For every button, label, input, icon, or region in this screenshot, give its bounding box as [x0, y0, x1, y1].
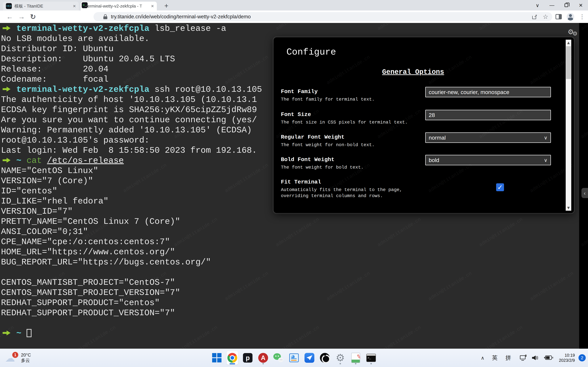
- taskbar: ☁ 1 20°C 多云 p A ⚙ ✎ >_ ∧ 英 拼 10:19 2023/…: [0, 349, 588, 367]
- tab-title: 模板 - TitanIDE: [14, 3, 71, 9]
- dialog-field-row: Font SizeThe font size in CSS pixels for…: [281, 111, 551, 125]
- url-text[interactable]: try.titanide.cn/ide/web/coding/terminal-…: [111, 14, 251, 20]
- text-input[interactable]: 28: [425, 110, 551, 120]
- tray-chevron-up-icon[interactable]: ∧: [481, 355, 484, 361]
- battery-icon[interactable]: [544, 356, 552, 360]
- system-tray: ∧ 英 拼 10:19 2023/2/9 2: [481, 349, 586, 367]
- terminal-line: terminal-wetty-v2-zekfcpla lsb_release -…: [1, 24, 262, 34]
- p-app-icon: p: [243, 353, 252, 363]
- tab-terminal-wetty[interactable]: >_ terminal-wetty-v2-zekfcpla - T ×: [81, 2, 157, 10]
- watermark-text: admin@titanide.cn: [478, 217, 524, 248]
- terminal-line: Distributor ID: Ubuntu: [1, 44, 262, 54]
- terminal-output[interactable]: terminal-wetty-v2-zekfcpla lsb_release -…: [1, 24, 262, 339]
- prompt-arrow-icon: [3, 330, 10, 336]
- taskbar-dingtalk[interactable]: [304, 351, 315, 365]
- watermark-text: admin@titanide.cn: [275, 23, 320, 32]
- new-tab-button[interactable]: +: [162, 2, 171, 10]
- prompt-arrow-icon: [3, 158, 10, 163]
- drawer-handle[interactable]: ‹: [581, 188, 588, 198]
- titanide-favicon-icon: <t>: [6, 3, 12, 9]
- taskbar-text-editor[interactable]: ✎: [350, 351, 362, 365]
- terminal-line: PRETTY_NAME="CentOS Linux 7 (Core)": [1, 217, 262, 227]
- text-input[interactable]: courier-new, courier, monospace: [425, 87, 551, 97]
- speaker-icon[interactable]: [532, 355, 539, 361]
- terminal-line: The authenticity of host '10.10.13.105 (…: [1, 95, 262, 105]
- start-button[interactable]: [211, 351, 223, 365]
- network-icon[interactable]: [520, 355, 527, 361]
- chrome-icon: [227, 353, 237, 363]
- browser-menu-icon[interactable]: ⋮: [579, 13, 585, 20]
- back-button[interactable]: ←: [4, 10, 15, 23]
- watermark-text: admin@titanide.cn: [427, 270, 473, 302]
- gear-icon: ⚙: [336, 353, 345, 363]
- terminal-line: [1, 267, 262, 277]
- minimize-button[interactable]: —: [545, 0, 559, 10]
- configure-dialog: Configure General Options Font FamilyThe…: [274, 37, 574, 213]
- profile-avatar[interactable]: [567, 13, 574, 20]
- tab-close-icon[interactable]: ×: [73, 4, 76, 8]
- terminal-settings-button[interactable]: ⚙⚙: [568, 28, 578, 37]
- chevron-down-icon: ∨: [544, 157, 547, 163]
- watermark-text: admin@titanide.cn: [478, 23, 524, 32]
- window-controls: ∨ — ✕: [530, 0, 588, 10]
- side-panel-icon[interactable]: [555, 14, 562, 19]
- dialog-field-row: Fit TerminalAutomatically fits the termi…: [281, 179, 551, 199]
- dialog-scrollbar[interactable]: ▲ ▼: [566, 40, 571, 211]
- terminal-line: CENTOS_MANTISBT_PROJECT="CentOS-7": [1, 277, 262, 288]
- notification-badge[interactable]: 2: [579, 354, 586, 361]
- dialog-title: Configure: [286, 47, 336, 57]
- weight-select[interactable]: normal∨: [425, 132, 551, 143]
- terminal-line: ID="centos": [1, 186, 262, 196]
- taskbar-clock[interactable]: 10:19 2023/2/9: [559, 353, 575, 363]
- dialog-field-row: Regular Font WeightThe font weight for n…: [281, 134, 551, 148]
- fit-terminal-checkbox[interactable]: ✓: [496, 183, 504, 191]
- terminal-line: ECDSA key fingerprint is SHA256:yKX/65ci…: [1, 105, 262, 115]
- tab-close-icon[interactable]: ×: [151, 4, 154, 8]
- watermark-text: admin@titanide.cn: [376, 217, 422, 248]
- lock-icon[interactable]: [103, 14, 107, 19]
- taskbar-terminal[interactable]: >_: [365, 351, 377, 365]
- close-button[interactable]: ✕: [574, 0, 588, 10]
- terminal-line: VERSION_ID="7": [1, 206, 262, 217]
- terminal-line: No LSB modules are available.: [1, 34, 262, 44]
- terminal-line: ~ cat /etc/os-release: [1, 156, 262, 166]
- terminal-line: REDHAT_SUPPORT_PRODUCT="centos": [1, 298, 262, 308]
- address-bar[interactable]: try.titanide.cn/ide/web/coding/terminal-…: [94, 12, 552, 21]
- scrollbar-thumb[interactable]: [566, 46, 571, 79]
- forward-button[interactable]: →: [16, 10, 27, 23]
- taskbar-wechat[interactable]: [273, 351, 284, 365]
- tab-search-icon[interactable]: ∨: [530, 0, 545, 10]
- terminal-line: HOME_URL="https://www.centos.org/": [1, 247, 262, 257]
- taskbar-obs[interactable]: [319, 351, 331, 365]
- watermark-text: admin@titanide.cn: [275, 217, 320, 248]
- tab-titanide[interactable]: <t> 模板 - TitanIDE ×: [3, 2, 79, 10]
- dingtalk-icon: [304, 353, 314, 363]
- prompt-arrow-icon: [3, 86, 10, 92]
- bookmark-star-icon[interactable]: ☆: [543, 13, 548, 20]
- chevron-left-icon: ‹: [584, 190, 586, 196]
- terminal-line: BUG_REPORT_URL="https://bugs.centos.org/…: [1, 257, 262, 267]
- tab-title: terminal-wetty-v2-zekfcpla - T: [86, 4, 149, 9]
- scroll-up-icon[interactable]: ▲: [566, 40, 571, 46]
- obs-icon: [320, 353, 330, 363]
- taskbar-settings[interactable]: ⚙: [335, 351, 346, 365]
- taskbar-p-app[interactable]: p: [242, 351, 253, 365]
- restore-button[interactable]: [559, 0, 574, 10]
- reload-button[interactable]: ↻: [27, 10, 39, 23]
- scroll-down-icon[interactable]: ▼: [566, 205, 571, 211]
- terminal-line: terminal-wetty-v2-zekfcpla ssh root@10.1…: [1, 84, 262, 95]
- taskbar-chrome[interactable]: [226, 351, 238, 365]
- dialog-field-row: Bold Font WeightThe font weight for bold…: [281, 157, 551, 170]
- ime-english-indicator[interactable]: 英: [492, 354, 498, 362]
- terminal-page: terminal-wetty-v2-zekfcpla lsb_release -…: [0, 23, 588, 349]
- ime-pinyin-indicator[interactable]: 拼: [505, 354, 511, 362]
- dialog-field-row: Font FamilyThe font family for terminal …: [281, 88, 551, 102]
- weight-select[interactable]: bold∨: [425, 155, 551, 165]
- share-icon[interactable]: ➚: [532, 14, 537, 19]
- terminal-line: Description: Ubuntu 20.04.5 LTS: [1, 54, 262, 64]
- taskbar-screen-share[interactable]: [288, 351, 300, 365]
- terminal-line: Last login: Wed Feb 8 15:58:50 2023 from…: [1, 145, 262, 156]
- taskbar-red-a-app[interactable]: A: [257, 351, 269, 365]
- terminal-cursor: [26, 329, 32, 337]
- watermark-text: admin@titanide.cn: [376, 23, 422, 32]
